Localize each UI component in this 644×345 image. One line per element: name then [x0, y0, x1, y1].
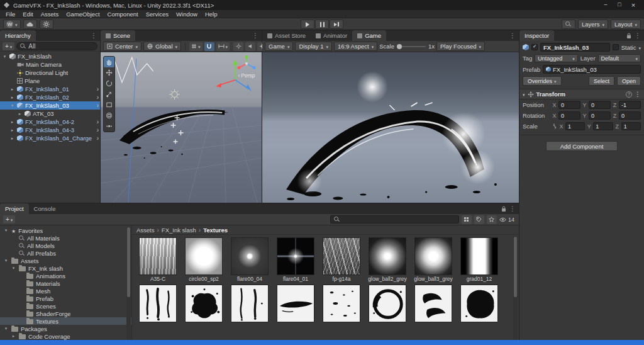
expander-icon[interactable] — [9, 128, 15, 133]
prefab-open-arrow[interactable] — [97, 102, 99, 109]
project-search-input[interactable] — [330, 215, 459, 223]
texture-item[interactable] — [368, 285, 407, 329]
prefab-open-arrow[interactable] — [97, 94, 99, 101]
game-mode-dropdown[interactable]: Game — [265, 42, 293, 51]
breadcrumb-fx-ink-slash[interactable]: FX_Ink slash — [162, 227, 196, 234]
game-viewport[interactable] — [262, 52, 519, 203]
expander-icon[interactable] — [3, 258, 9, 263]
hierarchy-item-scene[interactable]: FX_InkSlash — [0, 52, 100, 60]
tree-item-shaderforge[interactable]: ShaderForge — [0, 310, 131, 317]
texture-item[interactable]: flare04_01 — [276, 237, 315, 282]
prefab-open-arrow[interactable] — [97, 127, 99, 133]
tree-item-materials[interactable]: Materials — [0, 280, 131, 287]
panel-menu-icon[interactable] — [252, 32, 258, 39]
display-dropdown[interactable]: Display 1 — [295, 42, 332, 51]
tree-item-mesh[interactable]: Mesh — [0, 287, 131, 295]
hierarchy-item-main-camera[interactable]: Main Camera — [0, 60, 100, 69]
account-dropdown[interactable]: W — [3, 20, 21, 29]
position-z-field[interactable]: -1 — [619, 101, 641, 109]
rotate-tool-button[interactable] — [104, 78, 114, 89]
aspect-dropdown[interactable]: 16:9 Aspect — [334, 42, 377, 51]
help-icon[interactable] — [626, 91, 632, 98]
scale-y-field[interactable]: 1 — [593, 122, 613, 130]
open-button[interactable]: Open — [617, 76, 641, 86]
rect-tool-button[interactable] — [104, 99, 114, 110]
tab-animator[interactable]: Animator — [311, 30, 352, 41]
pivot-dropdown[interactable]: Center — [103, 42, 142, 51]
hierarchy-search-input[interactable]: All — [16, 42, 97, 50]
component-menu-icon[interactable] — [635, 91, 641, 98]
expander-icon[interactable] — [17, 111, 23, 116]
object-name-field[interactable]: FX_InkSlash_03 — [540, 43, 610, 52]
scrollbar-thumb[interactable] — [514, 237, 517, 297]
maximize-button[interactable] — [613, 1, 626, 9]
texture-item[interactable]: grad01_12 — [460, 237, 499, 282]
foldout-icon[interactable] — [523, 91, 525, 98]
expander-icon[interactable] — [9, 136, 15, 141]
panel-menu-icon[interactable] — [635, 32, 641, 39]
position-x-field[interactable]: 0 — [558, 101, 580, 109]
menu-component[interactable]: Component — [104, 11, 142, 18]
scene-lighting-button[interactable] — [233, 42, 243, 51]
hidden-packages-indicator[interactable]: 14 — [499, 217, 516, 223]
static-flags-dropdown[interactable] — [638, 44, 641, 51]
menu-edit[interactable]: Edit — [19, 11, 36, 18]
lock-icon[interactable] — [626, 33, 631, 39]
hierarchy-item-fx-inkslash-04-charge[interactable]: FX_InkSlash_04_Charge — [0, 134, 100, 142]
projection-mode[interactable]: Persp — [235, 72, 258, 79]
prefab-open-arrow[interactable] — [97, 118, 99, 125]
tree-item-prefab[interactable]: Prefab — [0, 295, 131, 302]
lock-icon[interactable] — [501, 206, 506, 212]
expander-icon[interactable] — [9, 87, 15, 92]
tree-scrollbar[interactable] — [126, 227, 131, 345]
tab-inspector[interactable]: Inspector — [519, 30, 554, 41]
custom-tool-button[interactable] — [104, 121, 114, 132]
grid-scrollbar[interactable] — [513, 236, 518, 345]
orientation-dropdown[interactable]: Global — [143, 42, 181, 51]
minimize-button[interactable] — [599, 1, 613, 9]
tree-item-all-models[interactable]: All Models — [0, 242, 131, 249]
rotation-x-field[interactable]: 0 — [558, 111, 580, 120]
scale-slider[interactable] — [397, 46, 426, 47]
expander-icon[interactable] — [2, 54, 8, 59]
scene-viewport[interactable]: Persp — [101, 52, 262, 203]
link-icon[interactable] — [552, 123, 557, 129]
tab-hierarchy[interactable]: Hierarchy — [0, 30, 36, 41]
texture-item[interactable]: glow_ball2_grey — [368, 237, 407, 282]
scale-tool-button[interactable] — [104, 89, 114, 99]
expander-icon[interactable] — [9, 95, 15, 100]
step-button[interactable] — [330, 20, 343, 29]
save-search-button[interactable] — [487, 215, 497, 224]
texture-item[interactable]: glow_ball3_grey — [414, 237, 453, 282]
expander-icon[interactable] — [11, 334, 16, 339]
scrollbar-thumb[interactable] — [127, 227, 130, 297]
tree-item-all-prefabs[interactable]: All Prefabs — [0, 249, 131, 257]
scale-z-field[interactable]: 1 — [621, 122, 641, 130]
settings-button[interactable] — [40, 20, 53, 29]
expander-icon[interactable] — [9, 120, 15, 125]
hierarchy-item-atk-03[interactable]: ATK_03 — [0, 110, 100, 118]
play-focused-dropdown[interactable]: Play Focused — [436, 42, 485, 51]
texture-item[interactable]: circle00_sp2 — [184, 237, 223, 282]
view-tool-button[interactable] — [104, 57, 114, 67]
menu-assets[interactable]: Assets — [37, 11, 63, 18]
static-checkbox[interactable] — [613, 44, 619, 50]
prefab-open-arrow[interactable] — [97, 135, 99, 142]
tab-game[interactable]: Game — [352, 30, 386, 41]
tree-item-all-materials[interactable]: All Materials — [0, 234, 131, 242]
grid-visibility-button[interactable] — [189, 42, 203, 51]
texture-item[interactable] — [138, 285, 177, 329]
select-button[interactable]: Select — [589, 76, 614, 86]
snap-toggle-button[interactable] — [204, 42, 214, 51]
texture-item[interactable] — [414, 285, 453, 329]
menu-gameobject[interactable]: GameObject — [62, 11, 103, 18]
tree-item-assets[interactable]: Assets — [0, 257, 131, 264]
hierarchy-item-fx-inkslash-02[interactable]: FX_InkSlash_02 — [0, 93, 100, 101]
hierarchy-item-fx-inkslash-04-3[interactable]: FX_InkSlash_04-3 — [0, 126, 100, 134]
cloud-button[interactable] — [23, 20, 37, 29]
panel-menu-icon[interactable] — [509, 32, 516, 39]
menu-window[interactable]: Window — [172, 11, 201, 18]
search-button[interactable] — [562, 20, 575, 29]
active-checkbox[interactable] — [531, 44, 538, 50]
tree-item-scenes[interactable]: Scenes — [0, 302, 131, 310]
